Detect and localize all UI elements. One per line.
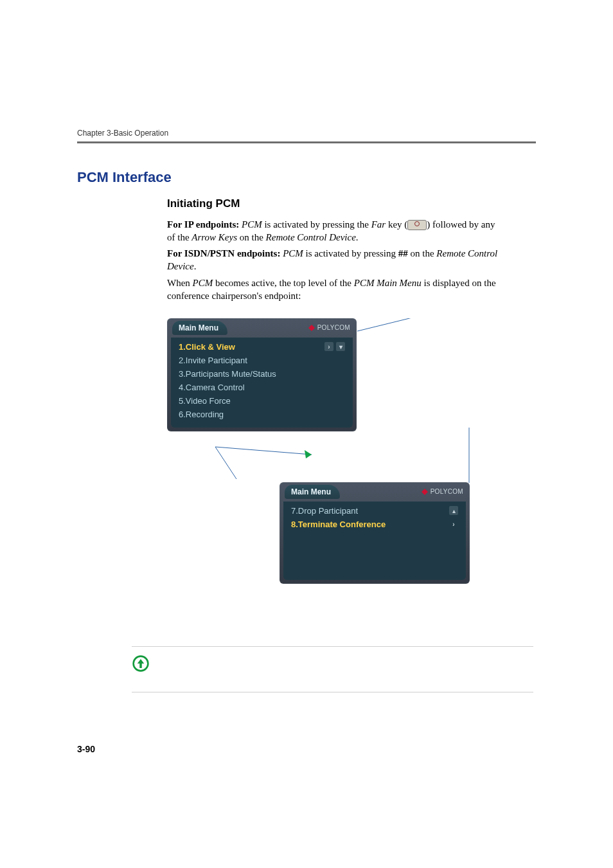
when-pcm: PCM [193, 278, 213, 288]
menu-item-terminate[interactable]: 8.Terminate Conference › [283, 518, 466, 531]
menu-item-click-view[interactable]: 1.Click & View › ▾ [171, 340, 353, 354]
svg-marker-8 [422, 489, 428, 495]
header-divider [77, 141, 536, 143]
when-t3: becomes active, the top level of the [213, 278, 354, 288]
menu-item-label: 3.Participants Mute/Status [179, 369, 276, 379]
paragraph-ip: For IP endpoints: PCM is activated by pr… [167, 218, 501, 244]
ip-arrowkeys: Arrow Keys [191, 232, 237, 242]
ip-t4: key ( [386, 219, 407, 230]
menu-item-label: 1.Click & View [179, 342, 235, 352]
menu-item-label: 7.Drop Participant [291, 506, 358, 516]
menu-item-recording[interactable]: 6.Recording [171, 408, 353, 421]
chevron-right-icon: › [449, 520, 458, 529]
paragraph-isdn: For ISDN/PSTN endpoints: PCM is activate… [167, 247, 501, 273]
note-block [132, 646, 533, 692]
when-t1: When [167, 278, 193, 288]
brand-text: POLYCOM [431, 488, 463, 495]
when-menu: PCM Main Menu [354, 278, 422, 288]
polycom-logo-icon [422, 489, 428, 495]
isdn-hash: ## [398, 248, 408, 258]
isdn-lead: For ISDN/PSTN endpoints: [167, 248, 283, 258]
ip-t9: . [356, 232, 359, 242]
menu-item-video-force[interactable]: 5.Video Force [171, 394, 353, 408]
menu-item-drop[interactable]: 7.Drop Participant ▴ [283, 504, 466, 518]
ip-pcm: PCM [242, 219, 262, 230]
menu-item-label: 4.Camera Control [179, 383, 245, 392]
ip-lead: For IP endpoints: [167, 219, 242, 230]
screenshot-container: Main Menu POLYCOM 1.Click & View › ▾ [167, 318, 501, 627]
menu-item-label: 8.Terminate Conference [291, 520, 386, 529]
menu-item-label: 2.Invite Participant [179, 356, 247, 365]
isdn-t2: is activated by pressing [303, 248, 398, 258]
svg-line-3 [215, 447, 312, 455]
menu-item-label: 6.Recording [179, 410, 224, 419]
note-arrow-icon [132, 655, 150, 673]
panel2-title-tab: Main Menu [285, 485, 340, 499]
chevron-right-icon: › [324, 342, 333, 351]
chapter-label: Chapter 3-Basic Operation [77, 129, 536, 138]
menu-item-camera[interactable]: 4.Camera Control [171, 381, 353, 394]
subsection-title: Initiating PCM [167, 197, 501, 210]
brand-label: POLYCOM [308, 324, 350, 331]
ip-remote: Remote Control Device [266, 232, 356, 242]
ip-t2: is activated by pressing the [262, 219, 371, 230]
chevron-up-icon[interactable]: ▴ [449, 506, 458, 515]
brand-text: POLYCOM [317, 324, 350, 331]
paragraph-when: When PCM becomes active, the top level o… [167, 276, 501, 303]
brand-label: POLYCOM [422, 488, 463, 495]
menu-item-mute-status[interactable]: 3.Participants Mute/Status [171, 367, 353, 381]
svg-marker-10 [138, 659, 145, 668]
isdn-t3: on the [408, 248, 437, 258]
svg-line-5 [215, 447, 236, 479]
ip-t7: on the [237, 232, 266, 242]
panel1-title-tab: Main Menu [172, 321, 227, 335]
far-key-icon [407, 220, 427, 230]
isdn-t5: . [194, 261, 197, 271]
polycom-logo-icon [308, 325, 315, 331]
svg-marker-4 [305, 450, 312, 458]
menu-item-label: 5.Video Force [179, 396, 231, 406]
isdn-pcm: PCM [283, 248, 303, 258]
svg-marker-7 [308, 325, 315, 331]
ip-far: Far [371, 219, 386, 230]
svg-line-0 [357, 318, 431, 331]
main-menu-panel-1: Main Menu POLYCOM 1.Click & View › ▾ [167, 318, 357, 431]
menu-item-invite[interactable]: 2.Invite Participant [171, 354, 353, 367]
section-title: PCM Interface [77, 169, 536, 186]
chevron-down-icon[interactable]: ▾ [336, 342, 345, 351]
page-number: 3-90 [77, 744, 536, 754]
main-menu-panel-2: Main Menu POLYCOM 7.Drop Participant ▴ 8… [280, 482, 470, 584]
